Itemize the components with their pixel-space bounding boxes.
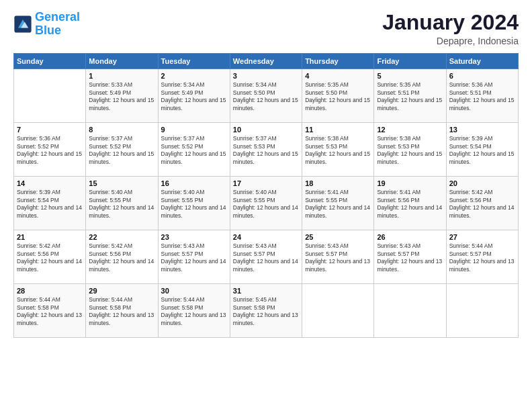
cell-info: Sunrise: 5:42 AM Sunset: 5:56 PM Dayligh…: [89, 242, 154, 273]
cell-info: Sunrise: 5:40 AM Sunset: 5:55 PM Dayligh…: [233, 189, 299, 220]
cell-info: Sunrise: 5:33 AM Sunset: 5:49 PM Dayligh…: [89, 81, 154, 112]
table-row: [374, 284, 446, 338]
day-number: 29: [89, 287, 154, 295]
day-number: 24: [233, 233, 299, 241]
cell-info: Sunrise: 5:34 AM Sunset: 5:50 PM Dayligh…: [233, 81, 299, 112]
day-number: 10: [233, 126, 299, 134]
table-row: 27Sunrise: 5:44 AM Sunset: 5:57 PM Dayli…: [446, 230, 518, 284]
day-number: 11: [305, 126, 371, 134]
day-number: 8: [89, 126, 154, 134]
table-row: 28Sunrise: 5:44 AM Sunset: 5:58 PM Dayli…: [14, 284, 86, 338]
table-row: 1Sunrise: 5:33 AM Sunset: 5:49 PM Daylig…: [86, 69, 158, 123]
cell-info: Sunrise: 5:36 AM Sunset: 5:52 PM Dayligh…: [17, 135, 83, 166]
cell-info: Sunrise: 5:39 AM Sunset: 5:54 PM Dayligh…: [17, 189, 83, 220]
table-row: 23Sunrise: 5:43 AM Sunset: 5:57 PM Dayli…: [158, 230, 230, 284]
cell-info: Sunrise: 5:39 AM Sunset: 5:54 PM Dayligh…: [449, 135, 515, 166]
cell-info: Sunrise: 5:42 AM Sunset: 5:56 PM Dayligh…: [449, 189, 515, 220]
table-row: 5Sunrise: 5:35 AM Sunset: 5:51 PM Daylig…: [374, 69, 446, 123]
cell-info: Sunrise: 5:36 AM Sunset: 5:51 PM Dayligh…: [449, 81, 515, 112]
cell-info: Sunrise: 5:34 AM Sunset: 5:49 PM Dayligh…: [161, 81, 227, 112]
location: Depapre, Indonesia: [382, 36, 519, 46]
cell-info: Sunrise: 5:45 AM Sunset: 5:58 PM Dayligh…: [233, 296, 299, 327]
table-row: 11Sunrise: 5:38 AM Sunset: 5:53 PM Dayli…: [302, 123, 374, 177]
header-sunday: Sunday: [14, 54, 86, 69]
day-number: 2: [161, 72, 227, 80]
day-number: 16: [161, 179, 227, 187]
day-number: 13: [449, 126, 515, 134]
day-number: 31: [233, 287, 299, 295]
cell-info: Sunrise: 5:43 AM Sunset: 5:57 PM Dayligh…: [377, 242, 443, 273]
cell-info: Sunrise: 5:35 AM Sunset: 5:50 PM Dayligh…: [305, 81, 371, 112]
logo: General Blue: [13, 11, 80, 38]
day-number: 30: [161, 287, 227, 295]
table-row: 6Sunrise: 5:36 AM Sunset: 5:51 PM Daylig…: [446, 69, 518, 123]
table-row: 2Sunrise: 5:34 AM Sunset: 5:49 PM Daylig…: [158, 69, 230, 123]
day-number: 23: [161, 233, 227, 241]
day-number: 1: [89, 72, 154, 80]
header-wednesday: Wednesday: [230, 54, 302, 69]
table-row: [302, 284, 374, 338]
cell-info: Sunrise: 5:42 AM Sunset: 5:56 PM Dayligh…: [17, 242, 83, 273]
table-row: 3Sunrise: 5:34 AM Sunset: 5:50 PM Daylig…: [230, 69, 302, 123]
logo-text: General: [35, 11, 80, 24]
day-number: 22: [89, 233, 154, 241]
table-row: 21Sunrise: 5:42 AM Sunset: 5:56 PM Dayli…: [14, 230, 86, 284]
table-row: 31Sunrise: 5:45 AM Sunset: 5:58 PM Dayli…: [230, 284, 302, 338]
table-row: 20Sunrise: 5:42 AM Sunset: 5:56 PM Dayli…: [446, 177, 518, 230]
cell-info: Sunrise: 5:35 AM Sunset: 5:51 PM Dayligh…: [377, 81, 443, 112]
calendar-table: Sunday Monday Tuesday Wednesday Thursday…: [13, 53, 519, 338]
day-number: 21: [17, 233, 83, 241]
table-row: 8Sunrise: 5:37 AM Sunset: 5:52 PM Daylig…: [86, 123, 158, 177]
cell-info: Sunrise: 5:38 AM Sunset: 5:53 PM Dayligh…: [305, 135, 371, 166]
header-thursday: Thursday: [302, 54, 374, 69]
table-row: 7Sunrise: 5:36 AM Sunset: 5:52 PM Daylig…: [14, 123, 86, 177]
day-number: 7: [17, 126, 83, 134]
table-row: 18Sunrise: 5:41 AM Sunset: 5:55 PM Dayli…: [302, 177, 374, 230]
cell-info: Sunrise: 5:44 AM Sunset: 5:58 PM Dayligh…: [17, 296, 83, 327]
cell-info: Sunrise: 5:37 AM Sunset: 5:52 PM Dayligh…: [89, 135, 154, 166]
day-number: 26: [377, 233, 443, 241]
page-header: General Blue January 2024 Depapre, Indon…: [13, 11, 519, 46]
day-number: 28: [17, 287, 83, 295]
title-area: January 2024 Depapre, Indonesia: [382, 11, 519, 46]
cell-info: Sunrise: 5:43 AM Sunset: 5:57 PM Dayligh…: [233, 242, 299, 273]
table-row: 12Sunrise: 5:38 AM Sunset: 5:53 PM Dayli…: [374, 123, 446, 177]
table-row: 14Sunrise: 5:39 AM Sunset: 5:54 PM Dayli…: [14, 177, 86, 230]
table-row: 29Sunrise: 5:44 AM Sunset: 5:58 PM Dayli…: [86, 284, 158, 338]
calendar-header-row: Sunday Monday Tuesday Wednesday Thursday…: [14, 54, 519, 69]
day-number: 15: [89, 179, 154, 187]
cell-info: Sunrise: 5:41 AM Sunset: 5:56 PM Dayligh…: [377, 189, 443, 220]
day-number: 17: [233, 179, 299, 187]
table-row: 24Sunrise: 5:43 AM Sunset: 5:57 PM Dayli…: [230, 230, 302, 284]
day-number: 18: [305, 179, 371, 187]
day-number: 9: [161, 126, 227, 134]
table-row: 10Sunrise: 5:37 AM Sunset: 5:53 PM Dayli…: [230, 123, 302, 177]
cell-info: Sunrise: 5:43 AM Sunset: 5:57 PM Dayligh…: [161, 242, 227, 273]
day-number: 3: [233, 72, 299, 80]
table-row: 4Sunrise: 5:35 AM Sunset: 5:50 PM Daylig…: [302, 69, 374, 123]
cell-info: Sunrise: 5:38 AM Sunset: 5:53 PM Dayligh…: [377, 135, 443, 166]
cell-info: Sunrise: 5:41 AM Sunset: 5:55 PM Dayligh…: [305, 189, 371, 220]
table-row: 25Sunrise: 5:43 AM Sunset: 5:57 PM Dayli…: [302, 230, 374, 284]
table-row: 13Sunrise: 5:39 AM Sunset: 5:54 PM Dayli…: [446, 123, 518, 177]
table-row: 9Sunrise: 5:37 AM Sunset: 5:52 PM Daylig…: [158, 123, 230, 177]
day-number: 4: [305, 72, 371, 80]
table-row: [446, 284, 518, 338]
day-number: 20: [449, 179, 515, 187]
logo-text2: Blue: [35, 24, 80, 38]
month-title: January 2024: [382, 11, 519, 34]
day-number: 5: [377, 72, 443, 80]
cell-info: Sunrise: 5:37 AM Sunset: 5:53 PM Dayligh…: [233, 135, 299, 166]
table-row: 19Sunrise: 5:41 AM Sunset: 5:56 PM Dayli…: [374, 177, 446, 230]
cell-info: Sunrise: 5:37 AM Sunset: 5:52 PM Dayligh…: [161, 135, 227, 166]
table-row: [14, 69, 86, 123]
day-number: 25: [305, 233, 371, 241]
header-friday: Friday: [374, 54, 446, 69]
table-row: 16Sunrise: 5:40 AM Sunset: 5:55 PM Dayli…: [158, 177, 230, 230]
day-number: 6: [449, 72, 515, 80]
cell-info: Sunrise: 5:40 AM Sunset: 5:55 PM Dayligh…: [161, 189, 227, 220]
table-row: 15Sunrise: 5:40 AM Sunset: 5:55 PM Dayli…: [86, 177, 158, 230]
day-number: 19: [377, 179, 443, 187]
day-number: 27: [449, 233, 515, 241]
header-tuesday: Tuesday: [158, 54, 230, 69]
